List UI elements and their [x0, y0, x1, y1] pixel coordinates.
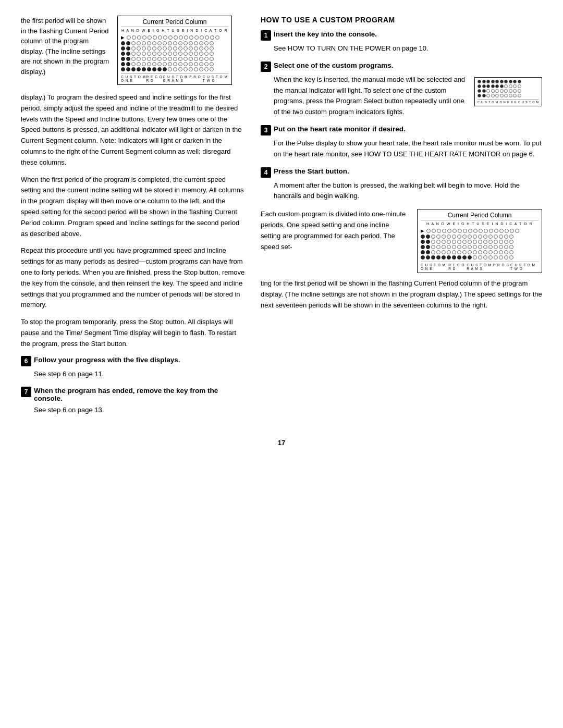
dot — [468, 245, 472, 249]
dot — [500, 89, 504, 93]
display2-title: Current Period Column — [421, 212, 538, 220]
dot — [494, 245, 498, 249]
step-3: 3 Put on the heart rate monitor if desir… — [261, 125, 542, 160]
custom-programs-bar-2: C U S T O M O N E R E C O R D C U S T O … — [421, 262, 538, 270]
dot — [442, 229, 446, 233]
dot — [163, 41, 167, 45]
custom-programs-bar-1: C U S T O M O N E R E C O R D C U S T O … — [121, 73, 228, 82]
step7-number: 7 — [21, 387, 31, 397]
dot — [442, 255, 446, 260]
dot — [199, 57, 203, 61]
dot — [518, 89, 521, 93]
arrow-row: ▸ — [121, 33, 228, 41]
dot — [183, 62, 188, 66]
dot — [495, 80, 499, 83]
left-para1: display.) To program the desired speed a… — [21, 92, 245, 168]
dot — [518, 84, 521, 88]
dot — [494, 229, 498, 233]
dot — [478, 245, 482, 249]
dot — [488, 245, 493, 249]
dot — [131, 41, 136, 45]
dot — [509, 84, 512, 88]
dot — [168, 46, 172, 51]
dot — [426, 250, 430, 254]
dot — [121, 41, 125, 45]
dot — [473, 245, 477, 249]
dot — [157, 41, 162, 45]
dot — [504, 94, 508, 97]
dot — [457, 255, 461, 260]
dot — [518, 80, 521, 83]
intro-text: the first period will be shown in the fl… — [21, 16, 109, 85]
dot — [478, 250, 482, 254]
dot — [421, 245, 425, 249]
step4-body: A moment after the button is pressed, th… — [274, 180, 542, 202]
dot — [442, 250, 446, 254]
custom-one-label: C U S T O M O N E — [121, 75, 146, 82]
dot — [142, 67, 146, 71]
dot — [486, 94, 490, 97]
dot — [183, 67, 188, 71]
dot — [504, 235, 508, 239]
dot — [194, 67, 198, 71]
dot-grid-1 — [121, 41, 228, 71]
dot — [499, 250, 503, 254]
dot — [421, 235, 425, 239]
dot — [483, 235, 487, 239]
program-display-1: Current Period Column H A N D W E I G H … — [117, 16, 232, 85]
dot — [483, 245, 487, 249]
d2-custom-one: C U S T O M O N E — [421, 263, 448, 270]
dot — [142, 46, 146, 51]
dot — [131, 46, 136, 51]
dot — [127, 35, 131, 40]
dot — [157, 62, 162, 66]
dot — [173, 67, 177, 71]
dot — [426, 235, 430, 239]
dot — [153, 35, 157, 40]
dot — [210, 67, 214, 71]
dot — [488, 235, 493, 239]
dot — [436, 250, 440, 254]
dot — [483, 240, 487, 244]
dot — [505, 229, 509, 233]
dot — [204, 62, 209, 66]
dot — [509, 245, 513, 249]
dot — [157, 46, 162, 51]
dot — [452, 250, 456, 254]
small-custom-one: C U S T O M O N E — [478, 101, 509, 104]
step3-number: 3 — [261, 125, 271, 135]
dot — [500, 80, 504, 83]
dot — [204, 57, 209, 61]
dot — [131, 62, 136, 66]
dot — [491, 84, 495, 88]
dot — [447, 235, 451, 239]
dot — [194, 52, 198, 56]
dot — [173, 46, 177, 51]
dot — [509, 80, 512, 83]
dot — [513, 84, 517, 88]
dot — [499, 245, 503, 249]
step4-number: 4 — [261, 167, 271, 178]
dot — [447, 255, 451, 260]
dot — [173, 52, 177, 56]
dot-row — [421, 250, 538, 254]
dot — [494, 235, 498, 239]
dot — [513, 89, 517, 93]
dot — [210, 62, 214, 66]
dot — [484, 229, 488, 233]
dot-row — [121, 52, 228, 56]
program-display-2: Current Period Column H A N D W E I G H … — [417, 209, 542, 273]
dot-row — [121, 46, 228, 51]
step2-title-container: 2 Select one of the custom programs. — [261, 61, 542, 72]
display1-hw-label: H A N D W E I G H T U S E I N D I C A T … — [121, 29, 228, 32]
small-re: R E — [511, 101, 517, 104]
dot — [178, 52, 182, 56]
dot — [452, 255, 456, 260]
dot — [482, 89, 486, 93]
dot — [478, 235, 482, 239]
dot — [457, 245, 461, 249]
dot — [158, 35, 162, 40]
left-para4: To stop the program temporarily, press t… — [21, 317, 245, 349]
dot — [499, 229, 504, 233]
step7-title: When the program has ended, remove the k… — [34, 387, 245, 402]
